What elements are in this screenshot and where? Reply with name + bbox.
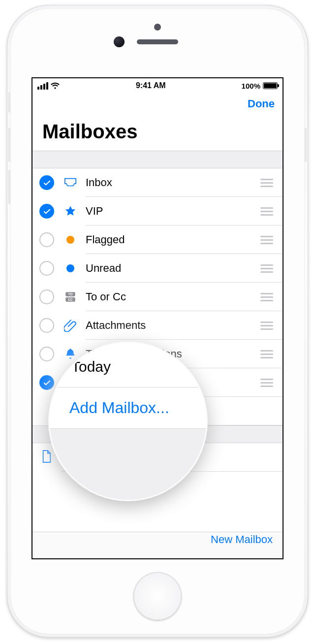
done-button[interactable]: Done xyxy=(248,97,275,110)
toolbar: New Mailbox xyxy=(32,532,283,558)
list-item-inbox[interactable]: Inbox xyxy=(32,168,283,197)
reorder-handle-icon[interactable] xyxy=(256,236,278,244)
status-time: 9:41 AM xyxy=(136,81,166,90)
reorder-handle-icon[interactable] xyxy=(256,179,278,187)
reorder-handle-icon[interactable] xyxy=(256,264,278,273)
reorder-handle-icon[interactable] xyxy=(256,322,278,330)
new-mailbox-button[interactable]: New Mailbox xyxy=(211,533,273,546)
speaker-grill xyxy=(137,39,178,44)
list-item-vip[interactable]: VIP xyxy=(32,197,283,225)
reorder-handle-icon[interactable] xyxy=(256,293,278,301)
list-item-label: To or Cc xyxy=(86,290,256,303)
reorder-handle-icon[interactable] xyxy=(256,207,278,216)
inbox-icon xyxy=(63,175,78,190)
checkbox[interactable] xyxy=(39,204,54,219)
list-item-flagged[interactable]: Flagged xyxy=(32,225,283,254)
checkbox[interactable] xyxy=(39,261,54,276)
tocc-icon: TOCC xyxy=(63,290,78,304)
svg-text:TO: TO xyxy=(68,292,73,296)
list-item-unread[interactable]: Unread xyxy=(32,254,283,283)
wifi-icon xyxy=(50,82,60,90)
bell-icon xyxy=(63,347,78,361)
list-item-tocc[interactable]: TOCC To or Cc xyxy=(32,283,283,311)
status-right: 100% xyxy=(242,82,278,90)
status-left xyxy=(37,82,60,90)
list-item-attachments[interactable]: Attachments xyxy=(32,311,283,340)
checkbox[interactable] xyxy=(39,347,54,361)
status-bar: 9:41 AM 100% xyxy=(32,78,283,93)
list-item-label: Inbox xyxy=(86,176,256,189)
checkbox[interactable] xyxy=(39,318,54,333)
home-button[interactable] xyxy=(133,572,182,620)
section-spacer xyxy=(32,151,283,168)
page-title: Mailboxes xyxy=(32,115,283,151)
checkbox[interactable] xyxy=(39,232,54,247)
checkbox[interactable] xyxy=(39,375,54,390)
phone-inner: 9:41 AM 100% Done Mailboxes xyxy=(10,8,305,634)
reorder-handle-icon[interactable] xyxy=(256,379,278,387)
star-icon xyxy=(63,204,78,219)
svg-text:CC: CC xyxy=(68,298,73,301)
battery-percentage: 100% xyxy=(242,82,260,90)
list-item-label: Unread xyxy=(86,262,256,275)
flag-dot-icon xyxy=(63,232,78,247)
paperclip-icon xyxy=(63,318,78,333)
checkbox[interactable] xyxy=(39,290,54,304)
iphone-frame: 9:41 AM 100% Done Mailboxes xyxy=(7,5,308,638)
document-icon xyxy=(41,450,56,465)
navbar: Done xyxy=(32,93,283,115)
magnifier-add-mailbox-row: Add Mailbox... xyxy=(50,387,206,429)
proximity-sensor xyxy=(154,24,161,31)
list-item-label: Attachments xyxy=(86,319,256,332)
list-item-label: Flagged xyxy=(86,233,256,246)
cellular-signal-icon xyxy=(37,82,48,90)
battery-icon xyxy=(263,82,278,89)
magnifier-add-mailbox-label: Add Mailbox... xyxy=(69,399,169,417)
checkbox[interactable] xyxy=(39,175,54,190)
unread-dot-icon xyxy=(63,261,78,276)
front-camera xyxy=(114,36,125,47)
list-item-label: VIP xyxy=(86,205,256,218)
reorder-handle-icon[interactable] xyxy=(256,350,278,358)
magnifier-callout: Today Add Mailbox... xyxy=(50,343,206,500)
